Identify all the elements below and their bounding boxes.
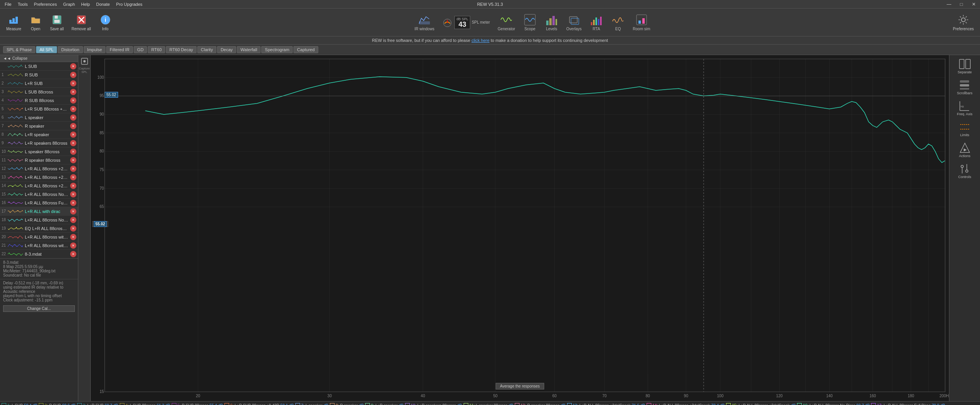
legend-checkbox[interactable] [295,403,300,405]
track-remove-button[interactable]: ✕ [70,208,76,215]
track-row[interactable]: 2L+R SUB✕ [0,79,78,88]
track-name-label[interactable]: R speaker 88cross [23,158,70,163]
legend-checkbox[interactable] [224,403,229,405]
legend-checkbox[interactable] [567,403,572,405]
track-row[interactable]: 6L speaker✕ [0,113,78,122]
legend-item[interactable]: 4:L SUB 88cross61,3 dB [120,403,170,405]
track-name-label[interactable]: L+R ALL 88cross with Dirac [23,235,70,239]
menu-pro-upgrades[interactable]: Pro Upgrades [113,1,145,7]
tab-gd[interactable]: GD [134,46,147,53]
track-name-label[interactable]: L SUB 88cross [23,90,70,94]
tab-filtered-ir[interactable]: Filtered IR [106,46,133,53]
legend-item[interactable]: 13:L+R ALL 88cross +2delSpeak71,6 dB [567,403,645,405]
info-button[interactable]: i Info [96,11,115,34]
tab-decay[interactable]: Decay [217,46,236,53]
track-remove-button[interactable]: ✕ [70,89,76,95]
rta-button[interactable]: RTA [587,13,606,32]
track-name-label[interactable]: L speaker 88cross [23,149,70,154]
legend-checkbox[interactable] [120,403,124,405]
track-name-label[interactable]: L+R ALL 88cross Full Dirac [23,201,70,205]
track-name-label[interactable]: L SUB [23,64,70,69]
track-remove-button[interactable]: ✕ [70,191,76,197]
track-row[interactable]: 14L+R ALL 88cross +2delSpeak✕ [0,182,78,190]
track-name-label[interactable]: L+R speaker [23,132,70,137]
track-remove-button[interactable]: ✕ [70,225,76,232]
limits-button[interactable]: Limits [958,119,972,138]
track-row[interactable]: 9L+R speakers 88cross✕ [0,139,78,147]
legend-checkbox[interactable] [2,403,6,405]
tab-distortion[interactable]: Distortion [58,46,83,53]
close-button[interactable]: ✕ [968,0,980,9]
levels-button[interactable]: Levels [542,13,561,32]
legend-item[interactable]: 6:L+R SUB 88cross +9.42R58,1 dB [224,403,294,405]
preferences-button[interactable]: Preferences [950,11,977,34]
track-remove-button[interactable]: ✕ [70,106,76,112]
track-name-label[interactable]: L+R ALL 88cross No Dirac [23,192,70,197]
legend-checkbox[interactable] [405,403,410,405]
track-name-label[interactable]: L+R ALL 88cross +2delSpeak [23,175,70,180]
track-row[interactable]: 19EQ L+R ALL 88cross No Dira✕ [0,224,78,233]
scrollbars-button[interactable]: Scrollbars [956,78,973,96]
menu-tools[interactable]: Tools [15,1,31,7]
track-remove-button[interactable]: ✕ [70,234,76,240]
track-row[interactable]: 5L+R SUB 88cross +9.42R✕ [0,105,78,113]
track-row[interactable]: 11R speaker 88cross✕ [0,156,78,164]
legend-item[interactable]: 10:L+R speakers 88crossdB [405,403,462,405]
legend-checkbox[interactable] [39,403,43,405]
legend-checkbox[interactable] [172,403,176,405]
legend-checkbox[interactable] [726,403,731,405]
legend-item[interactable]: 15:L+R ALL 88cross +2delSpeakdB [726,403,795,405]
tab-rt60[interactable]: RT60 [148,46,165,53]
generator-button[interactable]: Generator [495,13,518,32]
track-name-label[interactable]: R SUB [23,73,70,77]
donation-link[interactable]: click here [471,38,489,43]
track-remove-button[interactable]: ✕ [70,80,76,87]
track-row[interactable]: L SUB✕ [0,62,78,71]
legend-checkbox[interactable] [515,403,519,405]
legend-item[interactable]: 2:R SUB60,6 dB [39,403,75,405]
chart-canvas[interactable] [91,55,949,401]
menu-preferences[interactable]: Preferences [31,1,60,7]
average-responses-button[interactable]: Average the responses [496,383,544,389]
track-remove-button[interactable]: ✕ [70,63,76,69]
legend-item[interactable]: 14:L+R ALL 88cross +2delSpeak72,4 dB [647,403,725,405]
track-row[interactable]: 10L speaker 88cross✕ [0,147,78,156]
legend-item[interactable]: 12:R speaker 88crossdB [515,403,566,405]
menu-help[interactable]: Help [78,1,93,7]
track-remove-button[interactable]: ✕ [70,183,76,189]
tab-rt60-decay[interactable]: RT60 Decay [166,46,197,53]
controls-button[interactable]: Controls [957,161,973,180]
track-name-label[interactable]: 8-3.mdat [23,252,70,256]
track-remove-button[interactable]: ✕ [70,166,76,172]
collapse-button[interactable]: ◄◄ Collapse [0,55,78,62]
track-remove-button[interactable]: ✕ [70,97,76,104]
track-name-label[interactable]: R speaker [23,124,70,128]
room-sim-button[interactable]: Room sim [630,13,652,32]
minimize-button[interactable]: — [943,0,955,9]
track-name-label[interactable]: L+R ALL 88cross +2delSpeak [23,183,70,188]
legend-checkbox[interactable] [365,403,370,405]
tab-spl-phase[interactable]: SPL & Phase [3,46,35,53]
change-cal-button[interactable]: Change Cal... [3,305,75,312]
track-name-label[interactable]: L+R ALL 88cross +2delSpeak [23,166,70,171]
track-name-label[interactable]: L+R ALL 88cross with Dirac [23,243,70,248]
track-row[interactable]: 7R speaker✕ [0,122,78,130]
track-remove-button[interactable]: ✕ [70,174,76,180]
track-remove-button[interactable]: ✕ [70,140,76,146]
track-remove-button[interactable]: ✕ [70,149,76,155]
track-remove-button[interactable]: ✕ [70,132,76,138]
track-name-label[interactable]: L+R SUB [23,81,70,86]
remove-all-button[interactable]: Remove all [68,11,94,34]
scope-button[interactable]: Scope [521,13,539,32]
separate-button[interactable]: Separate [956,57,973,75]
track-remove-button[interactable]: ✕ [70,157,76,163]
legend-item[interactable]: 17:L+R ALL 88cross Full Dirac79,9 dB [871,403,945,405]
track-row[interactable]: 3L SUB 88cross✕ [0,88,78,96]
legend-checkbox[interactable] [330,403,335,405]
track-name-label[interactable]: L+R ALL 88cross No Dirac [23,218,70,222]
legend-item[interactable]: 16:L+R ALL 88cross No Dirac82,7 dB [797,403,870,405]
legend-item[interactable]: 1:L SUB58,4 dB [2,403,37,405]
legend-checkbox[interactable] [77,403,82,405]
legend-item[interactable]: 3:L+R SUB68,7 dB [77,403,118,405]
legend-item[interactable]: 7:L speakerdB [295,403,328,405]
